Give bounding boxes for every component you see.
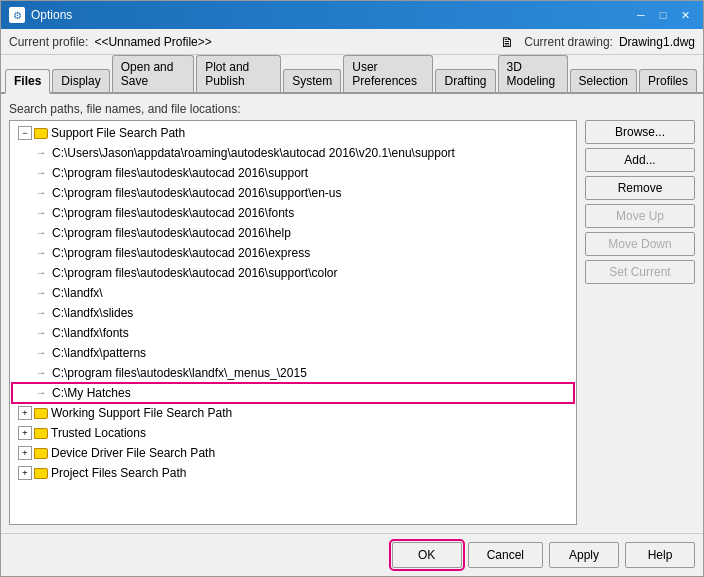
app-icon: ⚙	[9, 7, 25, 23]
arrow-icon: →	[36, 244, 50, 262]
folder-trusted-icon	[34, 428, 48, 439]
folder-project-icon	[34, 468, 48, 479]
apply-button[interactable]: Apply	[549, 542, 619, 568]
tree-label-project: Project Files Search Path	[51, 464, 186, 482]
tree-root-working[interactable]: + Working Support File Search Path	[12, 403, 574, 423]
arrow-icon: →	[36, 164, 50, 182]
main-area: − Support File Search Path → C:\Users\Ja…	[9, 120, 695, 525]
tree-item[interactable]: → C:\landfx\fonts	[12, 323, 574, 343]
close-button[interactable]: ✕	[675, 6, 695, 24]
tree-item[interactable]: → C:\program files\autodesk\autocad 2016…	[12, 183, 574, 203]
tree-root-device[interactable]: + Device Driver File Search Path	[12, 443, 574, 463]
title-bar-left: ⚙ Options	[9, 7, 72, 23]
cancel-button[interactable]: Cancel	[468, 542, 543, 568]
tree-label-trusted: Trusted Locations	[51, 424, 146, 442]
tree-label-working: Working Support File Search Path	[51, 404, 232, 422]
tree-item[interactable]: → C:\landfx\patterns	[12, 343, 574, 363]
arrow-icon: →	[36, 384, 50, 402]
window-title: Options	[31, 8, 72, 22]
profile-bar: Current profile: <<Unnamed Profile>> 🗎 C…	[1, 29, 703, 55]
tab-user-preferences[interactable]: User Preferences	[343, 55, 433, 92]
tab-open-and-save[interactable]: Open and Save	[112, 55, 194, 92]
tree-children-support: → C:\Users\Jason\appdata\roaming\autodes…	[12, 143, 574, 403]
arrow-icon: →	[36, 144, 50, 162]
tab-plot-and-publish[interactable]: Plot and Publish	[196, 55, 281, 92]
tree-item[interactable]: → C:\Users\Jason\appdata\roaming\autodes…	[12, 143, 574, 163]
tree-label-device: Device Driver File Search Path	[51, 444, 215, 462]
tree-root-support[interactable]: − Support File Search Path	[12, 123, 574, 143]
tree-item[interactable]: → C:\program files\autodesk\autocad 2016…	[12, 163, 574, 183]
arrow-icon: →	[36, 344, 50, 362]
arrow-icon: →	[36, 224, 50, 242]
folder-support-icon	[34, 128, 48, 139]
arrow-icon: →	[36, 284, 50, 302]
tree-item[interactable]: → C:\landfx\slides	[12, 303, 574, 323]
current-profile-label: Current profile:	[9, 35, 88, 49]
tree-item[interactable]: → C:\program files\autodesk\autocad 2016…	[12, 223, 574, 243]
arrow-icon: →	[36, 324, 50, 342]
move-down-button[interactable]: Move Down	[585, 232, 695, 256]
expand-working[interactable]: +	[18, 406, 32, 420]
expand-trusted[interactable]: +	[18, 426, 32, 440]
current-drawing-label: Current drawing:	[524, 35, 613, 49]
file-tree[interactable]: − Support File Search Path → C:\Users\Ja…	[9, 120, 577, 525]
right-panel: Browse... Add... Remove Move Up Move Dow…	[585, 120, 695, 525]
tree-item[interactable]: → C:\program files\autodesk\landfx\_menu…	[12, 363, 574, 383]
tree-label-support: Support File Search Path	[51, 124, 185, 142]
folder-device-icon	[34, 448, 48, 459]
title-bar: ⚙ Options ─ □ ✕	[1, 1, 703, 29]
expand-project[interactable]: +	[18, 466, 32, 480]
expand-device[interactable]: +	[18, 446, 32, 460]
tab-selection[interactable]: Selection	[570, 69, 637, 92]
tabs-bar: Files Display Open and Save Plot and Pub…	[1, 55, 703, 94]
tab-drafting[interactable]: Drafting	[435, 69, 495, 92]
tab-3d-modeling[interactable]: 3D Modeling	[498, 55, 568, 92]
section-label: Search paths, file names, and file locat…	[9, 102, 695, 116]
ok-button[interactable]: OK	[392, 542, 462, 568]
tree-item-my-hatches[interactable]: → C:\My Hatches	[12, 383, 574, 403]
tree-root-trusted[interactable]: + Trusted Locations	[12, 423, 574, 443]
folder-working-icon	[34, 408, 48, 419]
set-current-button[interactable]: Set Current	[585, 260, 695, 284]
tree-root-project[interactable]: + Project Files Search Path	[12, 463, 574, 483]
remove-button[interactable]: Remove	[585, 176, 695, 200]
maximize-button[interactable]: □	[653, 6, 673, 24]
current-profile-value: <<Unnamed Profile>>	[94, 35, 211, 49]
minimize-button[interactable]: ─	[631, 6, 651, 24]
tree-item[interactable]: → C:\program files\autodesk\autocad 2016…	[12, 263, 574, 283]
tree-item[interactable]: → C:\landfx\	[12, 283, 574, 303]
bottom-bar: OK Cancel Apply Help	[1, 533, 703, 576]
options-dialog: ⚙ Options ─ □ ✕ Current profile: <<Unnam…	[0, 0, 704, 577]
tree-item[interactable]: → C:\program files\autodesk\autocad 2016…	[12, 203, 574, 223]
arrow-icon: →	[36, 304, 50, 322]
expand-support[interactable]: −	[18, 126, 32, 140]
arrow-icon: →	[36, 364, 50, 382]
add-button[interactable]: Add...	[585, 148, 695, 172]
help-button[interactable]: Help	[625, 542, 695, 568]
arrow-icon: →	[36, 264, 50, 282]
main-content: Search paths, file names, and file locat…	[1, 94, 703, 533]
tab-display[interactable]: Display	[52, 69, 109, 92]
move-up-button[interactable]: Move Up	[585, 204, 695, 228]
arrow-icon: →	[36, 184, 50, 202]
browse-button[interactable]: Browse...	[585, 120, 695, 144]
tab-files[interactable]: Files	[5, 69, 50, 94]
tab-system[interactable]: System	[283, 69, 341, 92]
current-drawing-value: Drawing1.dwg	[619, 35, 695, 49]
tree-item[interactable]: → C:\program files\autodesk\autocad 2016…	[12, 243, 574, 263]
title-bar-buttons: ─ □ ✕	[631, 6, 695, 24]
drawing-icon: 🗎	[500, 34, 514, 50]
arrow-icon: →	[36, 204, 50, 222]
tab-profiles[interactable]: Profiles	[639, 69, 697, 92]
